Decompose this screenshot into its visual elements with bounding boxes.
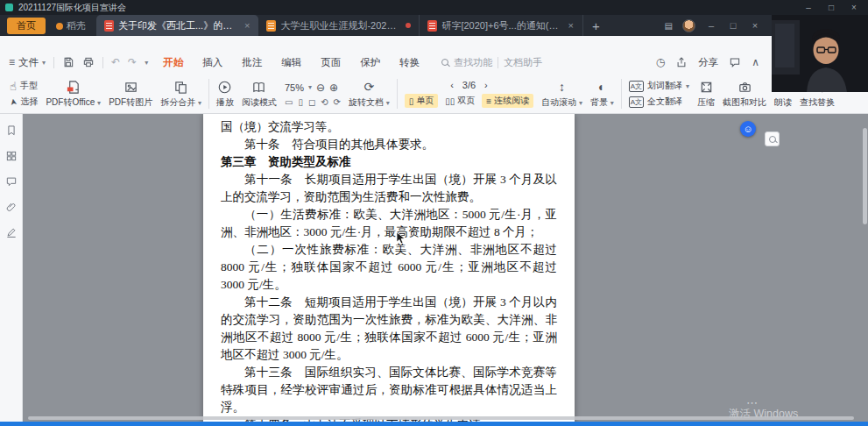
tab-label: 研字[2020]+6号...的通知(签章).pdf [441,19,562,32]
tool-pointer-group: ☝ 手型 ➤ 选择 [7,80,40,108]
wps-close-button[interactable]: × [749,18,761,33]
tab-document-1[interactable]: 关于印发《西北工...》的通知.pdf × [96,15,258,36]
collapse-ribbon-icon[interactable]: ∧ [752,56,759,68]
taskbar-strip [0,422,868,426]
word-translate-button[interactable]: A文 划词翻译 ▾ [629,80,689,92]
pdf-to-image-button[interactable]: PDF转图片 [106,80,155,109]
doc-file-icon [266,20,276,32]
zoom-in-icon[interactable]: ⊕ [329,82,338,94]
screen: 20211127国际化项目宣讲会 – □ × 首页 稻壳 关于印发《西北工...… [0,0,868,426]
save-icon[interactable] [62,56,74,68]
tab-close-icon[interactable]: × [567,20,574,31]
compress-button[interactable]: 压缩 [695,80,717,109]
tab-document-2[interactable]: 大学生职业生涯规划-2021春季学期 [258,15,420,36]
pdf-paragraph: 国（境）交流学习等。 [221,118,557,136]
menu-item-convert[interactable]: 转换 [399,56,420,69]
tab-home[interactable]: 首页 [7,18,46,34]
screenshot-compare-button[interactable]: 截图和对比 [720,80,769,109]
page-indicator[interactable]: 3/6 [462,80,476,90]
window-close-button[interactable]: × [845,0,863,15]
menu-item-insert[interactable]: 插入 [202,56,222,69]
menu-item-annotate[interactable]: 批注 [242,56,262,69]
thumbnail-icon[interactable] [5,150,18,162]
unsaved-indicator [406,23,411,28]
search-icon [441,59,448,66]
toolbar: ☝ 手型 ➤ 选择 PDF转Office ▾ PDF转图片 拆分合并 ▾ [7,75,868,113]
share-icon[interactable] [675,56,688,68]
play-button[interactable]: 播放 [214,80,236,109]
new-tab-button[interactable]: + [583,18,609,33]
assistant-floating-button[interactable]: ☺ [740,121,756,137]
select-tool-button[interactable]: ➤ 选择 [10,96,38,108]
pdf-to-office-button[interactable]: PDF转Office ▾ [43,80,103,109]
history-icon[interactable]: ◷ [656,56,665,68]
pdf-file-icon [427,20,437,32]
translate-icon: A文 [629,81,644,92]
scrollbar-thumb[interactable] [863,128,867,224]
tab-close-icon[interactable]: × [243,20,251,31]
zoom-level-value[interactable]: 75% [285,82,304,93]
signature-icon[interactable] [5,226,18,238]
split-merge-button[interactable]: 拆分合并 ▾ [158,80,204,109]
auto-scroll-button[interactable]: ↕ 自动滚动 ▾ [539,80,585,109]
wps-minimize-button[interactable]: – [705,18,717,33]
rotate-right-icon[interactable]: ⟳ [334,97,341,107]
tab-bar: 首页 稻壳 关于印发《西北工...》的通知.pdf × 大学生职业生涯规划-20… [0,15,868,36]
window-titlebar: 20211127国际化项目宣讲会 – □ × [0,0,868,15]
fit-page-icon[interactable]: ▯ [298,97,303,107]
fit-width-icon[interactable]: ▭ [285,97,293,107]
tab-list-icon[interactable]: ▤ [665,21,673,31]
bookmark-icon[interactable] [5,124,18,137]
undo-history-chevron-icon[interactable]: ▾ [145,59,148,67]
webcam-video [772,15,868,92]
window-maximize-button[interactable]: □ [822,0,840,15]
pdf-paragraph: 第十一条 长期项目适用于学生出国（境）开展 3 个月及以上的交流学习，资助范围为… [221,171,557,206]
next-page-icon[interactable]: › [484,80,488,90]
tab-docer[interactable]: 稻壳 [50,18,92,34]
attachment-icon[interactable] [5,201,18,213]
continuous-mode-button[interactable]: ≡ 连续阅读 [482,94,533,108]
user-avatar[interactable] [682,19,695,32]
window-minimize-button[interactable]: – [800,0,817,15]
comment-icon[interactable] [5,175,18,188]
doc-assistant-label[interactable]: 文档助手 [504,56,542,69]
rotate-document-button[interactable]: ⟳ 旋转文档 ▾ [346,80,392,109]
menu-item-edit[interactable]: 编辑 [281,56,301,69]
pdf-paragraph: 第十二条 短期项目适用于学生出国（境）开展 3 个月以内的交流学习，资助范围为一… [221,294,557,364]
full-translate-button[interactable]: A文 全文翻译 [629,96,689,108]
wps-restore-button[interactable]: □ [727,18,739,33]
hamburger-icon: ≡ [9,56,15,68]
chevron-down-icon: ▾ [198,99,201,107]
redo-icon[interactable]: ↷ [128,56,137,68]
menu-item-protect[interactable]: 保护 [360,56,380,69]
document-viewport[interactable]: 国（境）交流学习等。 第十条 符合项目的其他具体要求。 第三章 资助类型及标准 … [23,114,868,422]
menu-item-start[interactable]: 开始 [163,56,183,69]
zoom-out-icon[interactable]: ⊖ [316,82,325,94]
file-menu-button[interactable]: ≡ 文件 ▾ [9,56,46,69]
rotate-document-icon: ⟳ [364,80,375,95]
comment-icon[interactable] [729,56,741,68]
pdf-paragraph: （一）生活费标准：欧美、大洋洲地区：5000 元/生·月，亚洲、非洲地区：300… [221,206,557,241]
share-label[interactable]: 分享 [698,56,718,69]
tab-document-3[interactable]: 研字[2020]+6号...的通知(签章).pdf × [420,15,582,36]
print-icon[interactable] [82,56,95,68]
floating-search-button[interactable] [765,131,780,146]
hand-tool-button[interactable]: ☝ 手型 [10,80,38,92]
previous-page-icon[interactable]: ‹ [450,80,454,90]
background-button[interactable]: ◐ 背景 ▾ [588,80,617,109]
chevron-down-icon[interactable]: ▾ [308,83,312,91]
rotate-left-icon[interactable]: ⟲ [321,97,328,107]
menu-items: 开始 插入 批注 编辑 页面 保护 转换 [163,56,420,69]
read-mode-button[interactable]: 阅读模式 [239,80,279,109]
undo-icon[interactable]: ↶ [111,56,120,68]
double-page-mode-button[interactable]: ▯▯ 双页 [441,94,479,108]
single-page-mode-button[interactable]: ▯ 单页 [405,94,439,108]
zoom-group: 75% ▾ ⊖ ⊕ ▭ ▯ ◻ ⟲ ⟳ [282,82,343,107]
menu-item-page[interactable]: 页面 [321,56,341,69]
search-input[interactable]: 查找功能 文档助手 [441,56,542,69]
pdf-to-office-icon [66,80,81,95]
actual-size-icon[interactable]: ◻ [308,97,315,107]
horizontal-scrollbar[interactable] [28,416,854,420]
vertical-scrollbar[interactable] [863,116,867,413]
translate-icon: A文 [629,96,644,108]
